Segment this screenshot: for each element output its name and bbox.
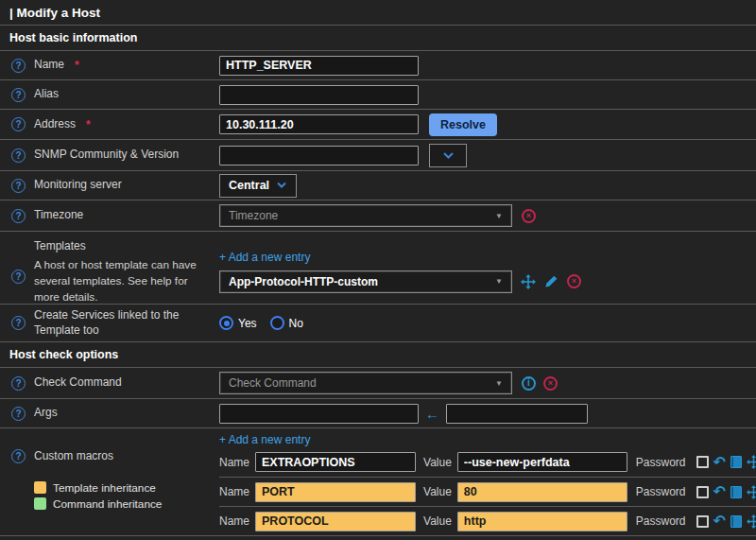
- resolve-button[interactable]: Resolve: [429, 113, 497, 136]
- macro-name-label: Name: [219, 456, 249, 469]
- delete-template-icon[interactable]: ×: [567, 274, 581, 288]
- page-title-text: | Modify a Host: [9, 6, 100, 20]
- timezone-select[interactable]: Timezone ▼: [219, 204, 512, 227]
- required-marker: *: [86, 118, 91, 131]
- macro-password-label: Password: [636, 485, 686, 498]
- template-selected-value: App-Protocol-HTTP-custom: [229, 275, 378, 288]
- monitoring-server-select[interactable]: Central: [219, 174, 297, 198]
- undo-icon[interactable]: ↶: [713, 515, 726, 527]
- snmp-label: SNMP Community & Version: [34, 148, 179, 163]
- snmp-version-select[interactable]: [429, 144, 467, 167]
- help-icon[interactable]: ?: [11, 407, 26, 421]
- macro-value-input[interactable]: [457, 512, 627, 531]
- help-icon[interactable]: ?: [11, 179, 26, 193]
- macro-name-input[interactable]: [255, 482, 416, 502]
- macro-value-label: Value: [423, 485, 452, 498]
- row-alias: ? Alias: [0, 80, 756, 110]
- radio-option-no[interactable]: No: [270, 316, 303, 330]
- templates-label: Templates: [34, 239, 219, 253]
- template-select[interactable]: App-Protocol-HTTP-custom ▼: [219, 270, 512, 293]
- macro-box-icon[interactable]: [730, 515, 742, 528]
- help-icon[interactable]: ?: [11, 148, 26, 163]
- address-input[interactable]: [219, 114, 419, 134]
- row-check-command: ? Check Command Check Command ▼ i ×: [0, 368, 756, 399]
- help-icon[interactable]: ?: [11, 449, 26, 463]
- chevron-down-icon: [442, 151, 455, 160]
- alias-label: Alias: [34, 87, 59, 102]
- section-host-check-options: Host check options: [0, 342, 756, 368]
- row-args: ? Args ←: [0, 399, 756, 428]
- row-timezone: ? Timezone Timezone ▼ ×: [0, 200, 756, 232]
- row-snmp: ? SNMP Community & Version: [0, 140, 756, 171]
- section-host-basic-information: Host basic information: [0, 26, 756, 51]
- undo-icon[interactable]: ↶: [713, 457, 726, 468]
- snmp-community-input[interactable]: [219, 146, 419, 165]
- alias-input[interactable]: [219, 85, 419, 105]
- edit-pencil-icon[interactable]: [544, 274, 558, 288]
- help-icon[interactable]: ?: [11, 270, 26, 284]
- templates-add-entry-link[interactable]: + Add a new entry: [219, 251, 310, 264]
- radio-option-yes[interactable]: Yes: [219, 316, 257, 330]
- macro-name-input[interactable]: [255, 512, 416, 531]
- move-icon[interactable]: [521, 274, 536, 289]
- macro-name-label: Name: [219, 514, 249, 528]
- custom-macros-label: Custom macros: [34, 449, 113, 464]
- help-icon[interactable]: ?: [11, 209, 26, 223]
- create-services-radio-group: Yes No: [219, 316, 303, 330]
- page-title: | Modify a Host: [0, 0, 756, 26]
- move-icon[interactable]: [747, 455, 756, 469]
- macro-value-input[interactable]: [457, 482, 627, 502]
- monitoring-server-label: Monitoring server: [34, 178, 122, 193]
- clear-check-command-icon[interactable]: ×: [543, 376, 558, 391]
- name-input[interactable]: [219, 56, 419, 76]
- args-label: Args: [34, 406, 58, 421]
- row-create-services: ? Create Services linked to the Template…: [0, 305, 756, 342]
- timezone-label: Timezone: [34, 208, 83, 223]
- required-marker: *: [75, 59, 79, 72]
- args-input-1[interactable]: [219, 404, 419, 424]
- macro-value-label: Value: [423, 514, 452, 528]
- row-monitoring-server: ? Monitoring server Central: [0, 171, 756, 200]
- chevron-down-icon: [276, 182, 287, 189]
- password-checkbox[interactable]: [696, 456, 709, 468]
- macro-box-icon[interactable]: [730, 486, 742, 498]
- monitoring-server-value: Central: [229, 179, 269, 192]
- dropdown-arrow-icon: ▼: [495, 277, 503, 286]
- timezone-placeholder: Timezone: [229, 209, 278, 222]
- check-command-select[interactable]: Check Command ▼: [219, 372, 512, 394]
- row-custom-macros: ? Custom macros Template inheritance Com…: [0, 428, 756, 536]
- info-icon[interactable]: i: [522, 376, 536, 391]
- macro-row-extraoptions: Name Value Password ↶ ×: [219, 447, 756, 477]
- macro-row-port: Name Value Password ↶ ×: [219, 477, 756, 506]
- clear-timezone-icon[interactable]: ×: [522, 209, 536, 223]
- move-icon[interactable]: [747, 514, 756, 529]
- password-checkbox[interactable]: [696, 486, 709, 498]
- macro-name-label: Name: [219, 485, 249, 498]
- dropdown-arrow-icon: ▼: [495, 379, 503, 388]
- undo-icon[interactable]: ↶: [713, 486, 726, 497]
- radio-no-label: No: [289, 317, 303, 330]
- macro-password-label: Password: [636, 456, 686, 469]
- template-inheritance-swatch: [34, 481, 46, 494]
- help-icon[interactable]: ?: [11, 376, 26, 391]
- move-icon[interactable]: [747, 485, 756, 499]
- row-name: ? Name *: [0, 51, 756, 80]
- help-icon[interactable]: ?: [11, 316, 26, 330]
- macro-value-label: Value: [423, 456, 452, 469]
- dropdown-arrow-icon: ▼: [495, 212, 503, 220]
- radio-no[interactable]: [270, 316, 284, 330]
- macro-value-input[interactable]: [457, 452, 627, 472]
- help-icon[interactable]: ?: [11, 59, 26, 73]
- create-services-label: Create Services linked to the Template t…: [34, 308, 204, 338]
- help-icon[interactable]: ?: [11, 88, 26, 102]
- args-input-2[interactable]: [446, 404, 588, 424]
- macro-box-icon[interactable]: [730, 456, 742, 468]
- help-icon[interactable]: ?: [11, 117, 26, 131]
- address-label: Address: [34, 117, 76, 132]
- radio-yes-label: Yes: [238, 317, 257, 330]
- macro-name-input[interactable]: [255, 452, 416, 472]
- command-inheritance-swatch: [34, 497, 46, 510]
- password-checkbox[interactable]: [696, 515, 709, 528]
- macros-add-entry-link[interactable]: + Add a new entry: [219, 433, 310, 446]
- radio-yes[interactable]: [219, 316, 233, 330]
